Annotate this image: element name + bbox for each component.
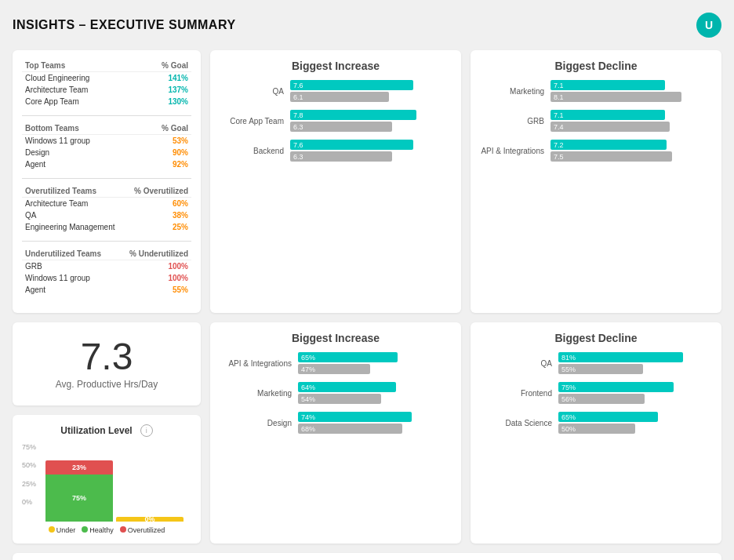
biggest-increase-bot-chart: API & Integrations 65% 47% Marketing 64%… bbox=[220, 352, 452, 434]
util-info-icon[interactable]: i bbox=[140, 424, 153, 437]
bottom-teams-section: Bottom Teams % Goal Windows 11 group53%D… bbox=[22, 122, 191, 170]
biggest-decline-bot-chart: QA 81% 55% Frontend 75% 56% Data Scien bbox=[480, 352, 712, 434]
bar-current: 7.1 bbox=[550, 80, 665, 90]
avg-hrs-card: 7.3 Avg. Productive Hrs/Day bbox=[13, 322, 201, 405]
biggest-decline-bot-card: Biggest Decline QA 81% 55% Frontend 75% … bbox=[471, 322, 721, 544]
bar-label: API & Integrations bbox=[220, 359, 298, 368]
bottom-teams-header: Bottom Teams bbox=[22, 122, 138, 135]
page-title: INSIGHTS – EXECUTIVE SUMMARY bbox=[13, 18, 236, 32]
bar-previous: 6.3 bbox=[290, 151, 392, 162]
bar-group: Design 74% 68% bbox=[220, 412, 452, 434]
avg-hrs-value: 7.3 bbox=[22, 338, 191, 376]
teams-panel: Top Teams % Goal Cloud Engineering141%Ar… bbox=[13, 50, 201, 313]
bar-label: QA bbox=[220, 87, 290, 96]
bar-previous: 7.4 bbox=[550, 122, 670, 132]
bar-previous: 56% bbox=[558, 394, 645, 404]
top-teams-pct-header: % Goal bbox=[138, 60, 191, 72]
bar-label: Core App Team bbox=[220, 117, 290, 125]
util-legend: Under Healthy Overutilized bbox=[22, 526, 191, 534]
bar-previous: 6.1 bbox=[290, 92, 389, 102]
bar-previous: 50% bbox=[558, 424, 635, 434]
bar-group: Frontend 75% 56% bbox=[480, 382, 712, 404]
bar-current: 81% bbox=[558, 352, 683, 362]
bar-group: Core App Team 7.8 6.3 bbox=[220, 110, 452, 132]
bar-label: Marketing bbox=[220, 389, 298, 398]
biggest-increase-bot-card: Biggest Increase API & Integrations 65% … bbox=[210, 322, 461, 544]
bar-current: 74% bbox=[298, 412, 412, 422]
biggest-decline-top-chart: Marketing 7.1 8.1 GRB 7.1 7.4 API & In bbox=[480, 80, 712, 162]
bar-current: 7.6 bbox=[290, 140, 413, 150]
bar-group: Marketing 64% 54% bbox=[220, 382, 452, 404]
bar-current: 7.8 bbox=[290, 110, 416, 120]
y-label-25: 25% bbox=[22, 480, 36, 488]
bar-label: Marketing bbox=[480, 87, 550, 96]
table-row: QA38% bbox=[22, 209, 191, 221]
util-bar-under: 0% bbox=[116, 517, 184, 522]
bar-group: QA 7.6 6.1 bbox=[220, 80, 452, 102]
y-label-50: 50% bbox=[22, 461, 36, 469]
bar-current: 64% bbox=[298, 382, 396, 392]
bar-label: Backend bbox=[220, 147, 290, 155]
table-row: Agent92% bbox=[22, 158, 191, 170]
util-level-title: Utilization Level bbox=[60, 425, 132, 436]
bar-previous: 54% bbox=[298, 394, 381, 404]
avg-hrs-label: Avg. Productive Hrs/Day bbox=[22, 379, 191, 390]
table-row: Architecture Team137% bbox=[22, 84, 191, 96]
biggest-increase-top-chart: QA 7.6 6.1 Core App Team 7.8 6.3 Backe bbox=[220, 80, 452, 162]
y-label-0: 0% bbox=[22, 498, 36, 506]
bar-previous: 7.5 bbox=[550, 151, 672, 162]
legend-under: Under bbox=[56, 526, 76, 534]
bar-current: 7.2 bbox=[550, 140, 667, 150]
legend-healthy: Healthy bbox=[89, 526, 114, 534]
bar-label: Data Science bbox=[480, 419, 558, 427]
underutil-teams-header: Underutilized Teams bbox=[22, 248, 117, 260]
top-teams-header: Top Teams bbox=[22, 60, 138, 72]
biggest-decline-bot-title: Biggest Decline bbox=[480, 332, 712, 344]
bar-current: 65% bbox=[558, 412, 658, 422]
bar-label: API & Integrations bbox=[480, 147, 550, 155]
util-bar-healthy: 75% bbox=[45, 475, 113, 522]
bar-group: Backend 7.6 6.3 bbox=[220, 140, 452, 162]
bar-group: Marketing 7.1 8.1 bbox=[480, 80, 712, 102]
biggest-increase-top-title: Biggest Increase bbox=[220, 60, 452, 72]
bar-previous: 55% bbox=[558, 364, 643, 374]
table-row: GRB100% bbox=[22, 260, 191, 273]
bar-current: 7.1 bbox=[550, 110, 665, 120]
bar-group: GRB 7.1 7.4 bbox=[480, 110, 712, 132]
biggest-increase-bot-title: Biggest Increase bbox=[220, 332, 452, 344]
table-row: Agent55% bbox=[22, 284, 191, 296]
bar-current: 75% bbox=[558, 382, 674, 392]
user-avatar[interactable]: U bbox=[696, 13, 721, 38]
table-row: Architecture Team60% bbox=[22, 198, 191, 210]
table-row: Design90% bbox=[22, 147, 191, 158]
bar-previous: 8.1 bbox=[550, 92, 681, 102]
bar-group: API & Integrations 7.2 7.5 bbox=[480, 140, 712, 162]
bar-label: GRB bbox=[480, 117, 550, 125]
overutil-pct-header: % Overutilized bbox=[126, 185, 191, 198]
bottom-teams-pct-header: % Goal bbox=[138, 122, 191, 135]
bar-group: API & Integrations 65% 47% bbox=[220, 352, 452, 374]
bar-group: QA 81% 55% bbox=[480, 352, 712, 374]
top-teams-section: Top Teams % Goal Cloud Engineering141%Ar… bbox=[22, 60, 191, 107]
underutilized-teams-section: Underutilized Teams % Underutilized GRB1… bbox=[22, 248, 191, 296]
underutil-pct-header: % Underutilized bbox=[117, 248, 191, 260]
biggest-decline-top-card: Biggest Decline Marketing 7.1 8.1 GRB 7.… bbox=[471, 50, 721, 313]
table-row: Windows 11 group53% bbox=[22, 135, 191, 147]
util-bar-over: 23% bbox=[45, 460, 113, 475]
biggest-increase-top-card: Biggest Increase QA 7.6 6.1 Core App Tea… bbox=[210, 50, 461, 313]
legend-overutil: Overutilized bbox=[128, 526, 165, 534]
bar-current: 7.6 bbox=[290, 80, 413, 90]
biggest-decline-top-title: Biggest Decline bbox=[480, 60, 712, 72]
table-row: Cloud Engineering141% bbox=[22, 72, 191, 85]
table-row: Engineering Management25% bbox=[22, 221, 191, 233]
bar-previous: 47% bbox=[298, 364, 370, 374]
overutilized-teams-section: Overutilized Teams % Overutilized Archit… bbox=[22, 185, 191, 233]
bar-label: Design bbox=[220, 419, 298, 427]
bar-previous: 68% bbox=[298, 424, 402, 434]
overutil-teams-header: Overutilized Teams bbox=[22, 185, 126, 198]
bar-label: QA bbox=[480, 359, 558, 368]
bar-group: Data Science 65% 50% bbox=[480, 412, 712, 434]
bar-current: 65% bbox=[298, 352, 398, 362]
table-row: Core App Team130% bbox=[22, 96, 191, 107]
y-label-75: 75% bbox=[22, 443, 36, 451]
